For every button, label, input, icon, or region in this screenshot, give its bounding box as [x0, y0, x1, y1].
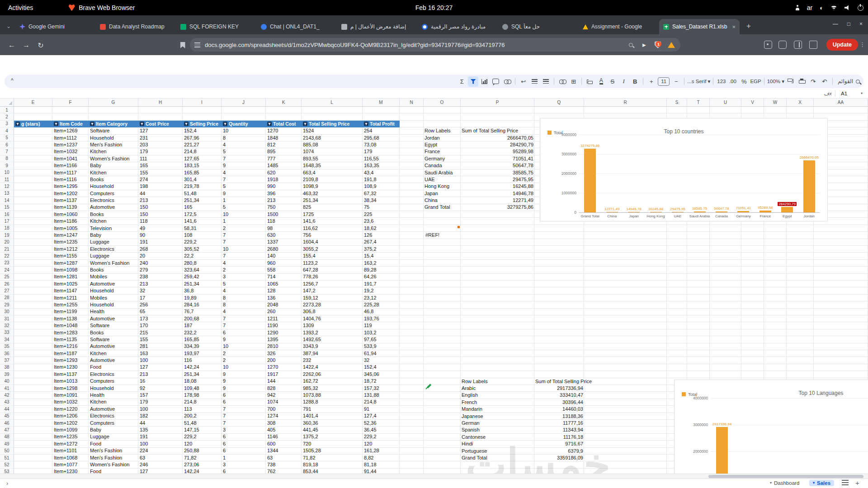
- table-row[interactable]: Item+1117 Kitchen 155 165,85 4 620 663,4…: [14, 169, 400, 176]
- row-header-22[interactable]: 22: [0, 253, 14, 259]
- table-row[interactable]: Item+1237 Men's Fashion 203 221,27 4 812…: [14, 141, 400, 148]
- row-header-14[interactable]: 14: [0, 197, 14, 204]
- extensions-icon[interactable]: [764, 41, 772, 49]
- filter-funnel-icon[interactable]: [15, 122, 20, 126]
- row-header-35[interactable]: 35: [0, 343, 14, 350]
- column-header-O[interactable]: O: [424, 99, 461, 106]
- tab-google-gemini[interactable]: Google Gemini: [15, 19, 96, 34]
- undo-icon[interactable]: ↶: [819, 76, 830, 87]
- table-row[interactable]: Item+1235 Luggage 191 229,2 7 1337 1604,…: [14, 239, 400, 245]
- table-row[interactable]: Item+1166 Baby 165 183,15 9 1485 1648,35…: [14, 162, 400, 169]
- column-header-E[interactable]: E: [14, 99, 52, 106]
- row-header-28[interactable]: 28: [0, 295, 14, 301]
- sidebar-icon[interactable]: [794, 41, 802, 49]
- tab-depi-initiative[interactable]: مبادرة رواد مصر الرقمية: [418, 19, 498, 34]
- table-row[interactable]: Item+1060 Books 150 172,5 10 1500 1725 2…: [14, 211, 400, 218]
- column-header-I[interactable]: I: [183, 99, 222, 106]
- row-header-23[interactable]: 23: [0, 260, 14, 267]
- sheet-menu-caret[interactable]: ▾: [770, 481, 772, 485]
- row-header-37[interactable]: 37: [0, 357, 14, 364]
- table-row[interactable]: Item+1032 Kitchen 179 214,8 6 1074 1288,…: [14, 399, 400, 405]
- sheet-tab-sales-active[interactable]: ▾ Sales: [809, 480, 834, 486]
- table-row[interactable]: Item+1138 Automotive 173 200,68 7 1211 1…: [14, 315, 400, 322]
- close-tab-icon[interactable]: ×: [732, 23, 736, 30]
- table-row[interactable]: Item+1220 Automotive 100 113 7 700 791 9…: [14, 406, 400, 413]
- pivot-row[interactable]: Jordan 2666470,05: [424, 135, 534, 141]
- row-header-33[interactable]: 33: [0, 329, 14, 336]
- row-header-3[interactable]: 3: [0, 121, 14, 127]
- pivot-row[interactable]: German 11777,16: [461, 420, 584, 427]
- chart-bar-Egypt[interactable]: [781, 207, 793, 212]
- search-icon[interactable]: [626, 40, 635, 49]
- row-header-16[interactable]: 16: [0, 211, 14, 218]
- column-header-M[interactable]: M: [363, 99, 400, 106]
- new-tab-button[interactable]: +: [742, 20, 755, 33]
- font-family-select[interactable]: ...s Serif ▾: [687, 76, 710, 87]
- row-header-36[interactable]: 36: [0, 350, 14, 357]
- row-header-41[interactable]: 41: [0, 385, 14, 392]
- table-row[interactable]: Item+1216 Automotive 281 334,39 10 2810 …: [14, 343, 400, 350]
- print-icon[interactable]: [797, 76, 807, 87]
- insert-comment-button[interactable]: [491, 76, 501, 87]
- table-row[interactable]: Item+1295 Household 198 219,78 5 990 109…: [14, 183, 400, 190]
- column-header-P[interactable]: P: [461, 99, 534, 106]
- row-header-9[interactable]: 9: [0, 162, 14, 169]
- sheet-menu-caret[interactable]: ▾: [813, 481, 815, 485]
- window-maximize-button[interactable]: □: [847, 21, 850, 27]
- chart-bar-Grand Total[interactable]: [584, 149, 596, 212]
- tab-sales-dataset-active[interactable]: Sales_Dataset R1.xlsb ×: [659, 19, 740, 34]
- window-minimize-button[interactable]: —: [833, 21, 838, 27]
- filter-funnel-icon[interactable]: [364, 122, 368, 126]
- column-headers[interactable]: EFGHIJKLMNOPQRSTUVWXAA: [14, 99, 868, 107]
- row-header-51[interactable]: 51: [0, 455, 14, 461]
- insert-chart-button[interactable]: [479, 76, 490, 87]
- row-header-8[interactable]: 8: [0, 155, 14, 162]
- currency-format-button[interactable]: EGP: [750, 76, 761, 87]
- italic-button[interactable]: I: [618, 76, 629, 87]
- expand-sidebar-icon[interactable]: ›: [6, 480, 8, 487]
- browser-menu-icon[interactable]: ⋮: [859, 41, 865, 48]
- row-header-50[interactable]: 50: [0, 448, 14, 455]
- table-header-row[interactable]: g (stars) Item Code Item Category Cost P…: [14, 121, 400, 127]
- functions-button[interactable]: Σ: [457, 76, 467, 87]
- text-wrap-button[interactable]: ↩: [518, 76, 528, 87]
- power-icon[interactable]: [858, 5, 863, 11]
- row-header-15[interactable]: 15: [0, 204, 14, 211]
- pivot-row[interactable]: UAE 29475,95: [424, 176, 534, 183]
- row-header-39[interactable]: 39: [0, 371, 14, 378]
- pivot-row[interactable]: Germany 71051,41: [424, 155, 534, 162]
- table-row[interactable]: Item+1230 Food 127 142,24 6 762 853,44 9…: [14, 468, 400, 474]
- pivot-row[interactable]: Arabic 2917336,94: [461, 385, 584, 392]
- tab-assignment-google[interactable]: Assignment - Google: [579, 19, 659, 34]
- row-header-49[interactable]: 49: [0, 441, 14, 447]
- font-size-input[interactable]: 11: [658, 77, 670, 86]
- row-header-21[interactable]: 21: [0, 246, 14, 253]
- column-header-V[interactable]: V: [741, 99, 764, 106]
- font-size-increase[interactable]: +: [646, 76, 656, 87]
- toolbar-search-menus[interactable]: القوائم: [838, 78, 860, 84]
- table-row[interactable]: Item+1202 Computers 44 51,48 9 396 463,3…: [14, 190, 400, 197]
- row-header-45[interactable]: 45: [0, 413, 14, 420]
- activities-button[interactable]: Activities: [0, 0, 41, 15]
- row-header-25[interactable]: 25: [0, 274, 14, 281]
- pivot-row[interactable]: Egypt 284290,79: [424, 141, 534, 148]
- tab-chat-onl4[interactable]: Chat | ONL4_DAT1_: [257, 19, 337, 34]
- forward-button[interactable]: →: [21, 40, 32, 51]
- row-header-43[interactable]: 43: [0, 399, 14, 406]
- row-header-30[interactable]: 30: [0, 309, 14, 315]
- table-row[interactable]: Item+1255 Household 256 284,16 8 2048 22…: [14, 301, 400, 308]
- row-header-46[interactable]: 46: [0, 420, 14, 427]
- column-header-AA[interactable]: AA: [814, 99, 868, 106]
- font-size-decrease[interactable]: −: [671, 76, 681, 87]
- table-row[interactable]: Item+1099 Baby 135 147,15 3 405 441,45 3…: [14, 427, 400, 433]
- column-header-S[interactable]: S: [667, 99, 687, 106]
- tab-search-icon[interactable]: ⌄: [3, 20, 14, 32]
- row-header-19[interactable]: 19: [0, 232, 14, 239]
- chart-top10-countries[interactable]: Top 10 countries Total 40000003000000200…: [540, 118, 828, 221]
- row-header-10[interactable]: 10: [0, 169, 14, 176]
- strikethrough-button[interactable]: S: [607, 76, 618, 87]
- row-header-13[interactable]: 13: [0, 190, 14, 197]
- filter-funnel-icon[interactable]: [90, 122, 94, 126]
- table-row[interactable]: Item+1048 Software 170 187 7 1190 1309 1…: [14, 322, 400, 329]
- filter-funnel-icon[interactable]: [267, 122, 272, 126]
